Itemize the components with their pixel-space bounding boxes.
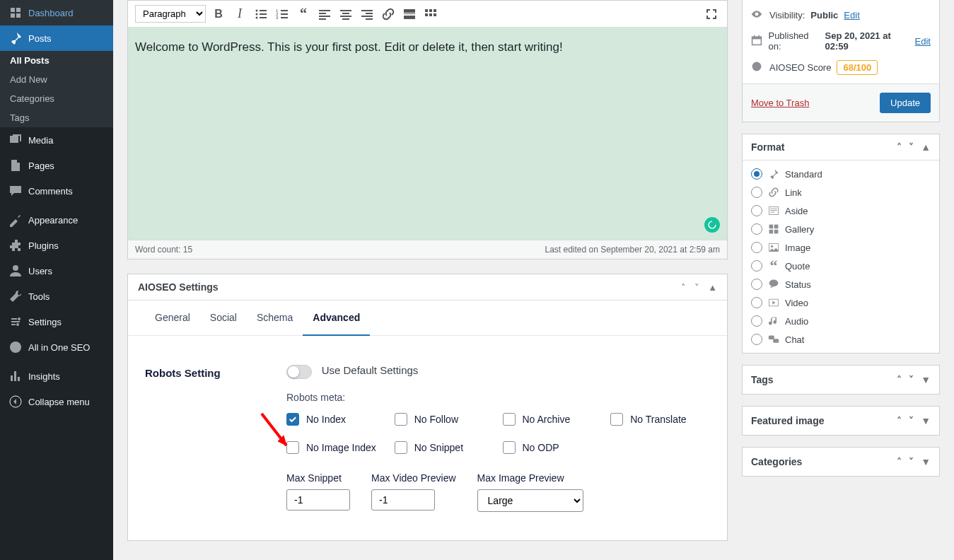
toggle-icon[interactable]: ▼ bbox=[921, 456, 931, 467]
default-settings-toggle[interactable] bbox=[286, 365, 312, 379]
menu-media[interactable]: Media bbox=[0, 127, 113, 153]
noimageindex-checkbox[interactable] bbox=[286, 441, 299, 454]
submenu-add-new[interactable]: Add New bbox=[0, 70, 113, 89]
move-up-icon[interactable]: ˄ bbox=[897, 456, 902, 467]
tab-schema[interactable]: Schema bbox=[247, 301, 303, 335]
aioseo-metabox: AIOSEO Settings ˄ ˅ ▲ General Social Sch… bbox=[127, 274, 728, 541]
menu-insights[interactable]: Insights bbox=[0, 363, 113, 389]
dashboard-icon bbox=[8, 6, 23, 20]
align-center-button[interactable] bbox=[337, 6, 354, 23]
nosnippet-checkbox[interactable] bbox=[395, 441, 407, 454]
featured-image-box-header[interactable]: Featured image ˄˅▼ bbox=[743, 407, 939, 435]
numbered-list-button[interactable]: 123 bbox=[274, 6, 291, 23]
tags-box-header[interactable]: Tags ˄˅▼ bbox=[743, 366, 939, 394]
link-button[interactable] bbox=[380, 6, 397, 23]
toggle-icon[interactable]: ▼ bbox=[921, 415, 931, 426]
move-down-icon[interactable]: ˅ bbox=[909, 374, 914, 385]
format-select[interactable]: Paragraph bbox=[135, 5, 206, 23]
submenu-categories[interactable]: Categories bbox=[0, 89, 113, 108]
tab-social[interactable]: Social bbox=[200, 301, 247, 335]
svg-rect-46 bbox=[770, 212, 774, 213]
menu-posts[interactable]: Posts bbox=[0, 25, 113, 51]
move-down-icon[interactable]: ˅ bbox=[909, 456, 914, 467]
tab-general[interactable]: General bbox=[145, 301, 200, 335]
move-up-icon[interactable]: ˄ bbox=[897, 415, 902, 426]
move-to-trash-link[interactable]: Move to Trash bbox=[751, 98, 809, 108]
max-video-input[interactable] bbox=[371, 489, 435, 511]
visibility-edit-link[interactable]: Edit bbox=[844, 10, 859, 21]
menu-label: Users bbox=[28, 266, 52, 276]
move-up-icon[interactable]: ˄ bbox=[897, 141, 902, 153]
noindex-checkbox[interactable] bbox=[286, 413, 299, 426]
menu-users[interactable]: Users bbox=[0, 258, 113, 284]
menu-settings[interactable]: Settings bbox=[0, 309, 113, 334]
menu-collapse[interactable]: Collapse menu bbox=[0, 389, 113, 414]
move-down-icon[interactable]: ˅ bbox=[909, 415, 914, 426]
max-image-select[interactable]: Large bbox=[477, 489, 583, 512]
max-video-label: Max Video Preview bbox=[371, 472, 456, 484]
align-right-button[interactable] bbox=[359, 6, 376, 23]
menu-dashboard[interactable]: Dashboard bbox=[0, 0, 113, 25]
move-down-icon[interactable]: ˅ bbox=[909, 141, 914, 153]
published-edit-link[interactable]: Edit bbox=[915, 36, 931, 47]
svg-rect-23 bbox=[340, 16, 351, 17]
format-aside-radio[interactable] bbox=[751, 205, 762, 216]
tab-advanced[interactable]: Advanced bbox=[303, 301, 370, 336]
menu-tools[interactable]: Tools bbox=[0, 284, 113, 309]
publish-box: Visibility: Public Edit Published on: Se… bbox=[742, 0, 940, 122]
bold-button[interactable]: B bbox=[210, 6, 227, 23]
svg-text:3: 3 bbox=[276, 16, 279, 20]
format-standard-radio[interactable] bbox=[751, 168, 762, 180]
robots-meta-label: Robots meta: bbox=[286, 392, 710, 403]
menu-plugins[interactable]: Plugins bbox=[0, 233, 113, 258]
menu-comments[interactable]: Comments bbox=[0, 178, 113, 204]
aioseo-header[interactable]: AIOSEO Settings ˄ ˅ ▲ bbox=[128, 274, 727, 301]
tags-box: Tags ˄˅▼ bbox=[742, 365, 940, 395]
format-quote-radio[interactable] bbox=[751, 260, 762, 272]
notranslate-checkbox[interactable] bbox=[610, 413, 623, 426]
bullet-list-button[interactable] bbox=[252, 6, 269, 23]
submenu-all-posts[interactable]: All Posts bbox=[0, 51, 113, 70]
categories-box-header[interactable]: Categories ˄˅▼ bbox=[743, 448, 939, 476]
format-image-radio[interactable] bbox=[751, 242, 762, 253]
menu-pages[interactable]: Pages bbox=[0, 153, 113, 178]
format-chat-radio[interactable] bbox=[751, 334, 762, 345]
move-up-icon[interactable]: ˄ bbox=[897, 374, 902, 385]
svg-rect-29 bbox=[404, 9, 415, 13]
format-box-header[interactable]: Format ˄˅▲ bbox=[743, 134, 939, 161]
fullscreen-button[interactable] bbox=[703, 6, 720, 23]
noodp-checkbox[interactable] bbox=[503, 441, 516, 454]
format-label: Aside bbox=[785, 206, 808, 216]
max-snippet-input[interactable] bbox=[286, 489, 350, 511]
svg-rect-34 bbox=[434, 9, 436, 12]
move-up-icon[interactable]: ˄ bbox=[681, 282, 686, 293]
format-audio-radio[interactable] bbox=[751, 315, 762, 327]
move-down-icon[interactable]: ˅ bbox=[694, 282, 699, 293]
svg-rect-56 bbox=[773, 339, 779, 343]
categories-box-title: Categories bbox=[751, 456, 802, 467]
svg-rect-6 bbox=[260, 10, 267, 11]
format-gallery-radio[interactable] bbox=[751, 223, 762, 235]
blockquote-button[interactable]: “ bbox=[295, 6, 312, 23]
format-link-radio[interactable] bbox=[751, 187, 762, 198]
italic-button[interactable]: I bbox=[231, 6, 248, 23]
update-button[interactable]: Update bbox=[880, 93, 931, 113]
format-label: Link bbox=[785, 187, 802, 198]
noarchive-checkbox[interactable] bbox=[503, 413, 516, 426]
toggle-icon[interactable]: ▲ bbox=[921, 141, 931, 153]
format-status-radio[interactable] bbox=[751, 279, 762, 290]
editor-content[interactable]: Welcome to WordPress. This is your first… bbox=[128, 28, 727, 240]
grammarly-icon[interactable] bbox=[704, 217, 720, 233]
read-more-button[interactable] bbox=[401, 6, 418, 23]
tags-box-title: Tags bbox=[751, 374, 774, 385]
nofollow-checkbox[interactable] bbox=[395, 413, 407, 426]
toolbar-toggle-button[interactable] bbox=[422, 6, 439, 23]
format-video-radio[interactable] bbox=[751, 297, 762, 308]
noimageindex-label: No Image Index bbox=[306, 442, 376, 453]
align-left-button[interactable] bbox=[316, 6, 333, 23]
menu-aioseo[interactable]: All in One SEO bbox=[0, 334, 113, 360]
toggle-icon[interactable]: ▲ bbox=[708, 282, 717, 293]
toggle-icon[interactable]: ▼ bbox=[921, 374, 931, 385]
menu-appearance[interactable]: Appearance bbox=[0, 207, 113, 233]
submenu-tags[interactable]: Tags bbox=[0, 108, 113, 127]
